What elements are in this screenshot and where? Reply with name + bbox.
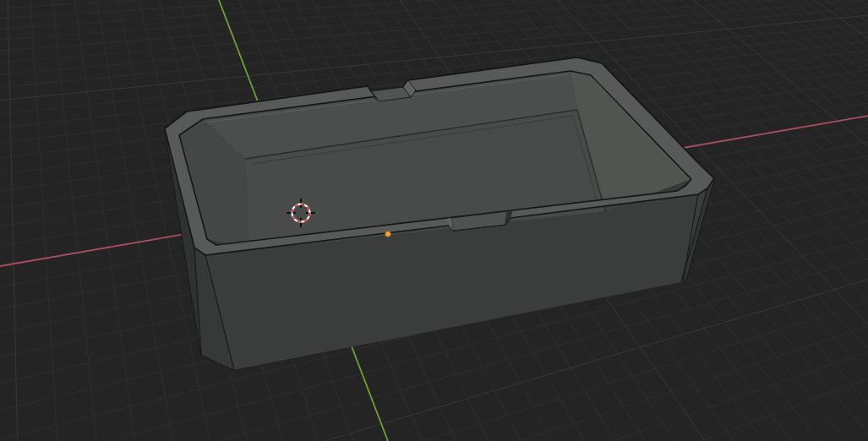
tray-object[interactable] — [165, 57, 714, 370]
viewport-canvas[interactable] — [0, 0, 868, 441]
viewport-3d[interactable] — [0, 0, 868, 441]
object-origin-dot — [385, 231, 391, 237]
